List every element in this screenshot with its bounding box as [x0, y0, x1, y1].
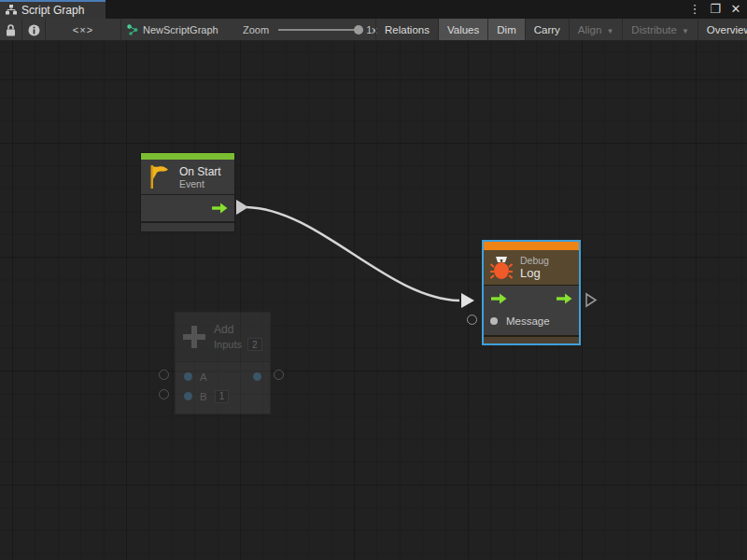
- unconnected-value-port-icon[interactable]: [159, 370, 169, 380]
- toolbar-buttons: Relations Values Dim Carry Align ▼ Distr…: [375, 19, 747, 41]
- graph-canvas[interactable]: On Start Event: [0, 41, 747, 560]
- unconnected-value-port-icon[interactable]: [159, 389, 169, 399]
- port-label: A: [200, 371, 207, 383]
- plus-icon: [183, 326, 205, 348]
- add-node[interactable]: Add Inputs 2 A: [175, 312, 271, 414]
- maximize-icon[interactable]: ❐: [708, 0, 723, 19]
- zoom-slider-handle[interactable]: [354, 25, 363, 35]
- zoom-slider[interactable]: [278, 29, 359, 31]
- values-button[interactable]: Values: [438, 19, 487, 41]
- zoom-label: Zoom: [243, 24, 269, 35]
- code-view-icon: <×>: [73, 24, 93, 35]
- tab-title: Script Graph: [21, 3, 84, 17]
- chevron-down-icon: ▼: [682, 25, 689, 35]
- chevron-down-icon: ▼: [606, 25, 613, 35]
- script-graph-window: Script Graph ⋮ ❐ ✕ <×>: [0, 0, 747, 560]
- close-icon[interactable]: ✕: [728, 0, 743, 19]
- active-tab-indicator: [0, 0, 106, 2]
- graph-name: NewScriptGraph: [143, 24, 218, 35]
- graph-reference[interactable]: NewScriptGraph: [127, 19, 218, 41]
- port-label: B: [200, 391, 207, 402]
- info-button[interactable]: [22, 19, 46, 41]
- unconnected-value-port-icon[interactable]: [274, 370, 284, 380]
- carry-button[interactable]: Carry: [525, 19, 569, 41]
- inputs-label: Inputs: [214, 339, 242, 350]
- port-value-field[interactable]: 1: [215, 390, 230, 403]
- info-icon: [28, 24, 40, 36]
- lock-button[interactable]: [0, 19, 22, 41]
- tab-bar: Script Graph ⋮ ❐ ✕: [0, 0, 747, 19]
- graph-toolbar: <×> NewScriptGraph Zoom 1x Relations Val…: [0, 19, 747, 41]
- align-button[interactable]: Align ▼: [569, 19, 623, 41]
- distribute-button[interactable]: Distribute ▼: [622, 19, 698, 41]
- zoom-control: Zoom 1x: [243, 19, 377, 41]
- code-view-button[interactable]: <×>: [46, 19, 121, 41]
- relations-button[interactable]: Relations: [375, 19, 438, 41]
- tab-script-graph[interactable]: Script Graph: [0, 0, 106, 19]
- overview-button[interactable]: Overview: [698, 19, 747, 41]
- node-title: Add: [214, 323, 262, 336]
- dim-button[interactable]: Dim: [487, 19, 524, 41]
- value-input-port-b[interactable]: [184, 392, 192, 400]
- inputs-count-field[interactable]: 2: [247, 338, 262, 351]
- graph-tab-icon: [6, 5, 17, 15]
- value-input-port-a[interactable]: [184, 372, 192, 381]
- lock-icon: [6, 24, 16, 36]
- value-output-port[interactable]: [253, 372, 261, 381]
- menu-icon[interactable]: ⋮: [687, 0, 702, 19]
- script-graph-asset-icon: [127, 24, 138, 35]
- dimmed-node-group: Add Inputs 2 A: [0, 41, 747, 560]
- window-controls: ⋮ ❐ ✕: [687, 0, 743, 19]
